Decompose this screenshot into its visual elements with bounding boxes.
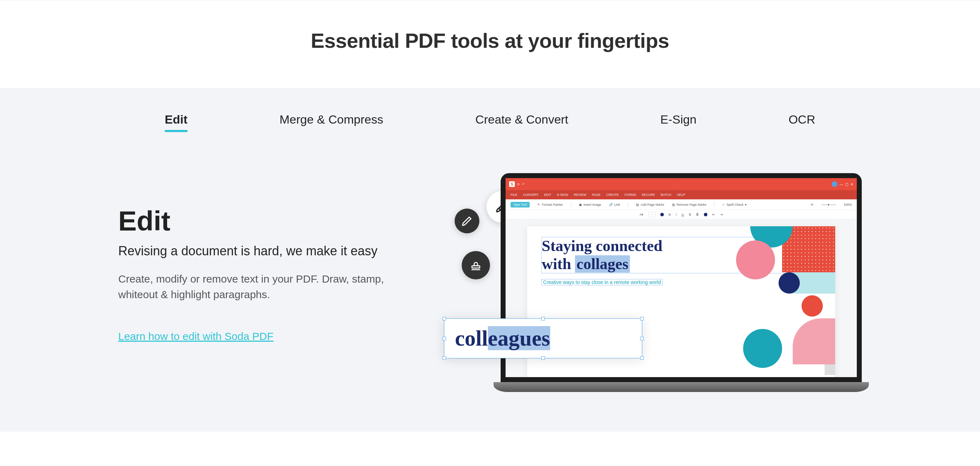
popup-text-highlight: eagues <box>488 326 550 350</box>
close-icon: ✕ <box>850 182 853 186</box>
menu-item: FORMS <box>625 193 636 197</box>
menu-item: SECURE <box>642 193 655 197</box>
resize-handle-icon <box>640 337 644 340</box>
maximize-icon: ▢ <box>845 182 848 186</box>
hero-title: Essential PDF tools at your fingertips <box>0 29 980 52</box>
svg-rect-0 <box>472 266 480 268</box>
menu-item: HELP <box>677 193 686 197</box>
resize-handle-icon <box>541 356 545 360</box>
document-subtitle: Creative ways to stay close in a remote … <box>541 279 663 285</box>
indent-icon: ⇤ <box>712 213 715 216</box>
toolbar-insert-image: ▣ Insert Image <box>579 203 601 207</box>
separator <box>571 202 571 207</box>
pencil-icon <box>455 208 479 233</box>
document-title-highlight: collages <box>575 255 630 273</box>
italic-icon: I <box>676 213 677 216</box>
resize-handle-icon <box>640 317 644 320</box>
decor-pink-band <box>793 318 835 364</box>
decor-teal-circle <box>743 329 782 368</box>
font-size: ·· <box>648 212 655 218</box>
font-tool-icon: A▾ <box>640 213 643 216</box>
resize-handle-icon <box>640 356 644 360</box>
decor-orange-circle <box>802 295 823 316</box>
app-menubar: FILE CONVERT EDIT E-SIGN REVIEW PAGE CRE… <box>506 190 857 199</box>
menu-item: E-SIGN <box>557 193 568 197</box>
tabs-row: Edit Merge & Compress Create & Convert E… <box>0 88 980 162</box>
popup-text-prefix: coll <box>455 326 488 350</box>
learn-link[interactable]: Learn how to edit with Soda PDF <box>118 330 274 342</box>
underline-icon: U <box>681 213 684 216</box>
laptop-base <box>493 382 869 392</box>
menu-item: CREATE <box>606 193 619 197</box>
toolbar-zoom: 100% <box>844 203 852 207</box>
user-avatar-icon <box>832 181 837 187</box>
menu-item: PAGE <box>592 193 600 197</box>
color2-swatch-icon <box>704 213 707 216</box>
separator <box>714 202 714 207</box>
toolbar-add-page-marks: ▤ Add Page Marks <box>636 203 664 207</box>
separator <box>628 202 628 207</box>
outdent-icon: ⇥ <box>720 213 723 216</box>
edit-text-popup: colleagues <box>444 318 642 358</box>
panel-subheading: Revising a document is hard, we make it … <box>118 243 401 259</box>
toolbar-typetool: Type Tool <box>511 202 530 207</box>
app-subtoolbar: A▾ ·· B I U S̶ ≣ ⇤ ⇥ <box>506 210 857 219</box>
panel-heading: Edit <box>118 205 401 237</box>
resize-handle-icon <box>442 317 446 320</box>
resize-handle-icon <box>442 337 446 340</box>
illustration-column: S ⟳ ↶ · — ▢ ✕ FILE CONVERT EDIT E-SIGN <box>444 162 862 417</box>
toolbar-remove-page-marks: ▥ Remove Page Marks <box>672 203 706 207</box>
titlebar-quick2-icon: ↶ <box>522 182 525 186</box>
content-row: Edit Revising a document is hard, we mak… <box>0 162 980 417</box>
tools-section: Edit Merge & Compress Create & Convert E… <box>0 88 980 432</box>
app-logo-icon: S <box>509 181 515 187</box>
toolbar-history-icon: ⟳ <box>811 203 814 207</box>
color-swatch-icon <box>660 213 664 216</box>
app-titlebar: S ⟳ ↶ · — ▢ ✕ <box>506 178 857 190</box>
minimize-icon: — <box>840 182 843 186</box>
stamp-icon <box>462 251 490 279</box>
decor-gray <box>824 364 835 375</box>
tab-esign[interactable]: E-Sign <box>660 113 697 130</box>
tab-create-convert[interactable]: Create & Convert <box>475 113 568 130</box>
hero-section: Essential PDF tools at your fingertips <box>0 0 980 88</box>
menu-item: REVIEW <box>574 193 586 197</box>
tab-edit[interactable]: Edit <box>165 113 187 130</box>
app-toolbar: Type Tool ✎ Format Painter ▣ Insert Imag… <box>506 199 857 210</box>
resize-handle-icon <box>541 317 545 320</box>
tab-merge-compress[interactable]: Merge & Compress <box>280 113 383 130</box>
strike-icon: S̶ <box>689 213 691 216</box>
document-title-line1: Staying connected <box>542 237 662 254</box>
toolbar-format-painter: ✎ Format Painter <box>538 203 563 207</box>
text-column: Edit Revising a document is hard, we mak… <box>118 162 401 342</box>
laptop-mockup: S ⟳ ↶ · — ▢ ✕ FILE CONVERT EDIT E-SIGN <box>501 173 862 400</box>
toolbar-slider: ——●—— <box>821 203 836 207</box>
toolbar-link: 🔗 Link <box>609 203 620 207</box>
document-title-line2-prefix: with <box>542 255 575 273</box>
decor-pink-circle <box>736 240 775 279</box>
titlebar-quick1-icon: ⟳ <box>517 182 520 186</box>
bold-icon: B <box>669 213 671 216</box>
menu-item: BATCH <box>661 193 671 197</box>
menu-item: FILE <box>511 193 517 197</box>
tab-ocr[interactable]: OCR <box>789 113 815 130</box>
resize-handle-icon <box>442 356 446 360</box>
toolbar-spell-check: ✓ Spell Check ▾ <box>722 203 747 207</box>
menu-item: CONVERT <box>523 193 538 197</box>
titlebar-filename: · <box>527 182 829 186</box>
menu-item: EDIT <box>544 193 552 197</box>
decor-navy-circle <box>778 272 800 294</box>
align-icon: ≣ <box>696 213 699 216</box>
panel-description: Create, modify or remove text in your PD… <box>118 271 387 302</box>
